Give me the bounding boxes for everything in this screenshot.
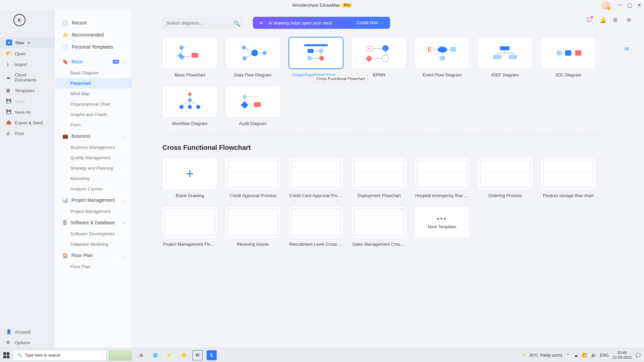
template-card[interactable]: Deployment Flowchart (352, 158, 407, 198)
recent-link[interactable]: 🕒Recent (55, 17, 132, 29)
thumb: ✉L (352, 37, 407, 69)
create-now-button[interactable]: Create Now→ (357, 20, 384, 25)
cat-business[interactable]: 💼 Business ⌄ (55, 130, 132, 142)
svg-rect-35 (254, 102, 261, 107)
diagram-card[interactable]: E Event Flow Diagram (415, 37, 470, 77)
onedrive-icon[interactable]: ☁ (574, 353, 578, 358)
taskview-icon[interactable]: ⊞ (136, 350, 146, 360)
diagram-card[interactable]: IDEF Diagram (478, 37, 533, 77)
search-box[interactable]: 🔍 (162, 17, 243, 29)
template-card[interactable]: Credit Approval Process (225, 158, 280, 198)
sparkle-icon: ✦ (259, 20, 264, 25)
back-button[interactable] (13, 14, 25, 26)
volume-icon[interactable]: 🔊 (591, 353, 596, 358)
cat-pm[interactable]: 📊 Project Management ⌄ (55, 194, 132, 206)
cat-sd[interactable]: 🗄 Software & Database ⌄ (55, 217, 132, 229)
new-button[interactable]: + New + (0, 37, 55, 48)
svg-rect-8 (308, 49, 314, 53)
diagram-card[interactable]: Data Flow Diagram (225, 37, 280, 77)
recommended-link[interactable]: ⭐Recommended (55, 29, 132, 41)
edrawmax-icon[interactable]: E (207, 350, 217, 360)
template-card[interactable]: Ordering Process (478, 158, 533, 198)
sun-icon: ⛅ (522, 353, 527, 358)
template-card[interactable]: Recruitment Level Cross F… (288, 206, 343, 247)
notifications-icon[interactable]: 💬 (636, 353, 641, 358)
minimize-button[interactable]: ─ (618, 3, 623, 7)
import-item[interactable]: ⤓Import (0, 59, 55, 70)
svg-point-11 (319, 56, 324, 61)
export-item[interactable]: 📤Export & Send (0, 117, 55, 128)
weather-widget[interactable]: ⛅ 30°C Partly sunny (522, 353, 562, 358)
close-button[interactable]: ✕ (637, 3, 641, 7)
subcategory-item[interactable]: Organizational Chart (55, 99, 132, 109)
arrow-icon: → (380, 20, 384, 25)
subcategory-item[interactable]: Form (55, 120, 132, 130)
chrome-icon[interactable]: 🟡 (178, 350, 189, 360)
bell-icon[interactable]: 🔔 (600, 17, 606, 23)
subcategory-item[interactable]: Business Management (55, 142, 132, 153)
blank-drawing[interactable]: +Blank Drawing (162, 158, 217, 198)
template-card[interactable]: Receving Goods (225, 206, 280, 247)
ai-banner[interactable]: ✦ AI drawing helps open your mind Create… (253, 17, 390, 29)
account-item[interactable]: 👤Account (0, 326, 55, 337)
taskbar-search[interactable]: 🔍 Type here to search (13, 350, 107, 361)
template-card[interactable]: Sales Management Crossf… (352, 206, 407, 247)
clock[interactable]: 03:49 22-09-2023 (613, 351, 632, 359)
search-icon[interactable]: 🔍 (233, 20, 239, 25)
more-templates[interactable]: •••More Templates (415, 206, 470, 247)
explorer-icon[interactable]: 📁 (164, 350, 174, 360)
settings-icon[interactable]: ⚙ (627, 17, 633, 23)
saveas-item[interactable]: 💾Save As (0, 107, 55, 117)
all-link[interactable]: All› (624, 46, 632, 51)
subcategory-item[interactable]: Quality Management (55, 153, 132, 163)
cat-floor[interactable]: 🏠 Floor Plan ⌄ (55, 249, 132, 261)
temp: 30°C (529, 353, 538, 358)
subcategory-item[interactable]: Flowchart (55, 78, 132, 88)
diagram-card[interactable]: Workflow Diagram (162, 85, 217, 126)
lang-icon[interactable]: ENG (600, 353, 609, 358)
diagram-card[interactable]: SDL Diagram (541, 37, 596, 77)
subcategory-item[interactable]: Software Development (55, 229, 132, 239)
help-icon[interactable]: ⓘ (586, 17, 592, 23)
templates-item[interactable]: ▦Templates (0, 85, 55, 96)
word-icon[interactable]: W (193, 350, 203, 360)
maximize-button[interactable]: ▢ (627, 3, 632, 7)
user-avatar[interactable] (601, 1, 610, 9)
cat-basic[interactable]: 🔖 Basic AI ⌄ (55, 56, 132, 68)
subcategory-item[interactable]: Basic Diagram (55, 68, 132, 78)
search-input[interactable] (166, 20, 231, 25)
news-widget[interactable] (109, 350, 132, 361)
wifi-icon[interactable]: 📶 (582, 353, 587, 358)
template-card[interactable]: Credit Card Approval Proc… (288, 158, 343, 198)
cloud-item[interactable]: ☁Cloud Documents (0, 70, 55, 85)
card-label: Workflow Diagram (172, 121, 208, 126)
svg-text:✉: ✉ (368, 47, 370, 50)
personal-link[interactable]: 📄Personal Templates (55, 41, 132, 53)
svg-point-28 (188, 93, 192, 96)
subcategory-item[interactable]: Marketing (55, 173, 132, 184)
diagram-card[interactable]: Audit Diagram (225, 85, 280, 126)
start-button[interactable] (3, 352, 9, 358)
add-icon[interactable]: + (28, 40, 30, 45)
options-item[interactable]: ⚙Options (0, 337, 55, 348)
subcategory-item[interactable]: Floor Plan (55, 261, 132, 272)
open-item[interactable]: 📂Open (0, 48, 55, 59)
apps-icon[interactable]: ⊞ (613, 17, 619, 23)
diagram-card[interactable]: ✉L BPMN (352, 37, 407, 77)
subcategory-item[interactable]: Project Management (55, 206, 132, 217)
print-item[interactable]: 🖨Print (0, 128, 55, 139)
tray-up-icon[interactable]: ⌃ (567, 353, 570, 358)
subcategory-item[interactable]: Graphs and Charts (55, 109, 132, 120)
subcategory-item[interactable]: Analysis Canvas (55, 184, 132, 194)
chevron-down-icon: ⌄ (123, 60, 126, 64)
subcategory-item[interactable]: Strategy and Planning (55, 163, 132, 173)
template-card[interactable]: Project Management Flow… (162, 206, 217, 247)
subcategory-item[interactable]: Database Modeling (55, 239, 132, 249)
edge-icon[interactable]: 🌐 (150, 350, 160, 360)
template-card[interactable]: Hospital emergency flow c… (415, 158, 470, 198)
diagram-card[interactable]: Basic Flowchart (162, 37, 217, 77)
diagram-card[interactable]: Cross Functional Flow… (288, 37, 343, 77)
subcategory-item[interactable]: Mind Map (55, 88, 132, 99)
template-card[interactable]: Product storage flow chart (541, 158, 596, 198)
svg-point-17 (382, 55, 389, 62)
